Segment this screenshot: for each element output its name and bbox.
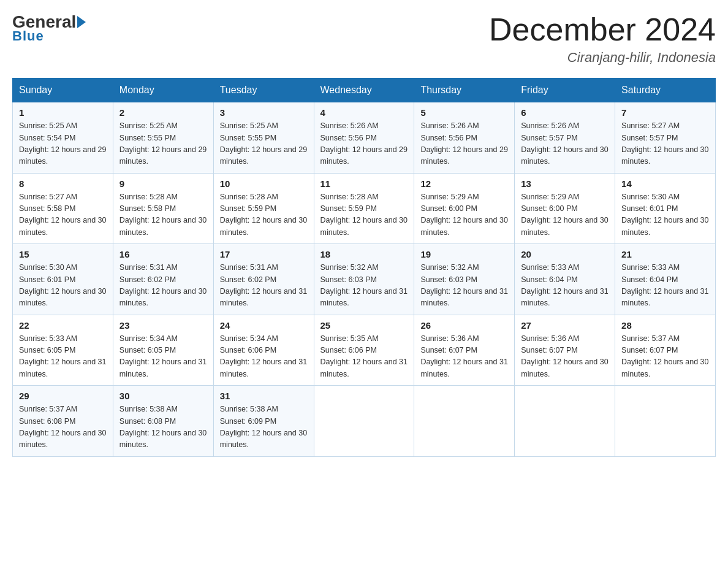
day-number: 10 xyxy=(220,178,308,189)
day-number: 9 xyxy=(119,178,207,189)
page-header: General Blue December 2024 Ciranjang-hil… xyxy=(12,12,716,66)
day-info: Sunrise: 5:25 AMSunset: 5:55 PMDaylight:… xyxy=(119,120,207,168)
day-info: Sunrise: 5:30 AMSunset: 6:01 PMDaylight:… xyxy=(621,191,709,239)
table-row: 10 Sunrise: 5:28 AMSunset: 5:59 PMDaylig… xyxy=(213,173,314,244)
day-number: 24 xyxy=(220,320,308,331)
table-row: 6 Sunrise: 5:26 AMSunset: 5:57 PMDayligh… xyxy=(515,102,615,174)
col-header-monday: Monday xyxy=(113,79,213,102)
day-info: Sunrise: 5:33 AMSunset: 6:04 PMDaylight:… xyxy=(521,262,609,310)
day-number: 22 xyxy=(19,320,107,331)
day-info: Sunrise: 5:26 AMSunset: 5:56 PMDaylight:… xyxy=(320,120,408,168)
day-info: Sunrise: 5:37 AMSunset: 6:08 PMDaylight:… xyxy=(19,404,107,451)
table-row: 1 Sunrise: 5:25 AMSunset: 5:54 PMDayligh… xyxy=(13,102,113,174)
day-number: 6 xyxy=(521,107,609,118)
table-row xyxy=(414,386,515,457)
table-row: 15 Sunrise: 5:30 AMSunset: 6:01 PMDaylig… xyxy=(13,244,113,315)
day-number: 2 xyxy=(119,107,207,118)
table-row: 8 Sunrise: 5:27 AMSunset: 5:58 PMDayligh… xyxy=(13,173,113,244)
table-row: 21 Sunrise: 5:33 AMSunset: 6:04 PMDaylig… xyxy=(615,244,716,315)
table-row: 28 Sunrise: 5:37 AMSunset: 6:07 PMDaylig… xyxy=(615,315,716,386)
day-info: Sunrise: 5:32 AMSunset: 6:03 PMDaylight:… xyxy=(320,262,408,310)
day-number: 21 xyxy=(621,249,709,259)
day-number: 16 xyxy=(119,249,207,259)
day-info: Sunrise: 5:35 AMSunset: 6:06 PMDaylight:… xyxy=(320,333,408,381)
day-info: Sunrise: 5:28 AMSunset: 5:59 PMDaylight:… xyxy=(320,191,408,239)
table-row: 5 Sunrise: 5:26 AMSunset: 5:56 PMDayligh… xyxy=(414,102,515,174)
day-number: 11 xyxy=(320,178,408,189)
calendar-header-row: Sunday Monday Tuesday Wednesday Thursday… xyxy=(13,79,716,102)
table-row: 2 Sunrise: 5:25 AMSunset: 5:55 PMDayligh… xyxy=(113,102,213,174)
col-header-tuesday: Tuesday xyxy=(213,79,314,102)
day-info: Sunrise: 5:36 AMSunset: 6:07 PMDaylight:… xyxy=(521,333,609,381)
day-number: 29 xyxy=(19,391,107,401)
day-info: Sunrise: 5:37 AMSunset: 6:07 PMDaylight:… xyxy=(621,333,709,381)
calendar-week-4: 22 Sunrise: 5:33 AMSunset: 6:05 PMDaylig… xyxy=(13,315,716,386)
table-row xyxy=(515,386,615,457)
day-number: 14 xyxy=(621,178,709,189)
day-info: Sunrise: 5:34 AMSunset: 6:06 PMDaylight:… xyxy=(220,333,308,381)
day-number: 8 xyxy=(19,178,107,189)
day-info: Sunrise: 5:29 AMSunset: 6:00 PMDaylight:… xyxy=(521,191,609,239)
day-number: 13 xyxy=(521,178,609,189)
table-row: 3 Sunrise: 5:25 AMSunset: 5:55 PMDayligh… xyxy=(213,102,314,174)
day-info: Sunrise: 5:29 AMSunset: 6:00 PMDaylight:… xyxy=(420,191,508,239)
table-row: 23 Sunrise: 5:34 AMSunset: 6:05 PMDaylig… xyxy=(113,315,213,386)
calendar-week-3: 15 Sunrise: 5:30 AMSunset: 6:01 PMDaylig… xyxy=(13,244,716,315)
day-number: 1 xyxy=(19,107,107,118)
table-row: 17 Sunrise: 5:31 AMSunset: 6:02 PMDaylig… xyxy=(213,244,314,315)
day-number: 20 xyxy=(521,249,609,259)
table-row: 12 Sunrise: 5:29 AMSunset: 6:00 PMDaylig… xyxy=(414,173,515,244)
table-row: 31 Sunrise: 5:38 AMSunset: 6:09 PMDaylig… xyxy=(213,386,314,457)
day-number: 7 xyxy=(621,107,709,118)
day-number: 30 xyxy=(119,391,207,401)
day-info: Sunrise: 5:28 AMSunset: 5:58 PMDaylight:… xyxy=(119,191,207,239)
day-info: Sunrise: 5:38 AMSunset: 6:08 PMDaylight:… xyxy=(119,404,207,451)
day-info: Sunrise: 5:38 AMSunset: 6:09 PMDaylight:… xyxy=(220,404,308,451)
table-row: 18 Sunrise: 5:32 AMSunset: 6:03 PMDaylig… xyxy=(314,244,414,315)
col-header-wednesday: Wednesday xyxy=(314,79,414,102)
day-info: Sunrise: 5:25 AMSunset: 5:54 PMDaylight:… xyxy=(19,120,107,168)
day-info: Sunrise: 5:32 AMSunset: 6:03 PMDaylight:… xyxy=(420,262,508,310)
day-number: 4 xyxy=(320,107,408,118)
day-info: Sunrise: 5:31 AMSunset: 6:02 PMDaylight:… xyxy=(220,262,308,310)
day-number: 17 xyxy=(220,249,308,259)
day-info: Sunrise: 5:28 AMSunset: 5:59 PMDaylight:… xyxy=(220,191,308,239)
table-row: 29 Sunrise: 5:37 AMSunset: 6:08 PMDaylig… xyxy=(13,386,113,457)
day-info: Sunrise: 5:25 AMSunset: 5:55 PMDaylight:… xyxy=(220,120,308,168)
table-row: 13 Sunrise: 5:29 AMSunset: 6:00 PMDaylig… xyxy=(515,173,615,244)
day-info: Sunrise: 5:33 AMSunset: 6:04 PMDaylight:… xyxy=(621,262,709,310)
day-info: Sunrise: 5:26 AMSunset: 5:57 PMDaylight:… xyxy=(521,120,609,168)
logo-arrow-icon xyxy=(77,16,86,28)
day-info: Sunrise: 5:33 AMSunset: 6:05 PMDaylight:… xyxy=(19,333,107,381)
day-info: Sunrise: 5:27 AMSunset: 5:57 PMDaylight:… xyxy=(621,120,709,168)
day-number: 28 xyxy=(621,320,709,331)
table-row: 11 Sunrise: 5:28 AMSunset: 5:59 PMDaylig… xyxy=(314,173,414,244)
day-info: Sunrise: 5:36 AMSunset: 6:07 PMDaylight:… xyxy=(420,333,508,381)
table-row: 22 Sunrise: 5:33 AMSunset: 6:05 PMDaylig… xyxy=(13,315,113,386)
day-number: 19 xyxy=(420,249,508,259)
table-row xyxy=(314,386,414,457)
day-number: 5 xyxy=(420,107,508,118)
calendar-week-2: 8 Sunrise: 5:27 AMSunset: 5:58 PMDayligh… xyxy=(13,173,716,244)
table-row: 7 Sunrise: 5:27 AMSunset: 5:57 PMDayligh… xyxy=(615,102,716,174)
day-number: 15 xyxy=(19,249,107,259)
day-number: 26 xyxy=(420,320,508,331)
col-header-saturday: Saturday xyxy=(615,79,716,102)
table-row: 27 Sunrise: 5:36 AMSunset: 6:07 PMDaylig… xyxy=(515,315,615,386)
col-header-thursday: Thursday xyxy=(414,79,515,102)
col-header-sunday: Sunday xyxy=(13,79,113,102)
table-row: 14 Sunrise: 5:30 AMSunset: 6:01 PMDaylig… xyxy=(615,173,716,244)
table-row: 4 Sunrise: 5:26 AMSunset: 5:56 PMDayligh… xyxy=(314,102,414,174)
day-number: 18 xyxy=(320,249,408,259)
table-row: 16 Sunrise: 5:31 AMSunset: 6:02 PMDaylig… xyxy=(113,244,213,315)
day-info: Sunrise: 5:34 AMSunset: 6:05 PMDaylight:… xyxy=(119,333,207,381)
calendar-week-1: 1 Sunrise: 5:25 AMSunset: 5:54 PMDayligh… xyxy=(13,102,716,174)
day-number: 27 xyxy=(521,320,609,331)
table-row: 30 Sunrise: 5:38 AMSunset: 6:08 PMDaylig… xyxy=(113,386,213,457)
logo-blue-text: Blue xyxy=(12,28,44,44)
col-header-friday: Friday xyxy=(515,79,615,102)
title-section: December 2024 Ciranjang-hilir, Indonesia xyxy=(489,12,716,66)
month-title: December 2024 xyxy=(489,12,716,47)
table-row: 9 Sunrise: 5:28 AMSunset: 5:58 PMDayligh… xyxy=(113,173,213,244)
table-row: 25 Sunrise: 5:35 AMSunset: 6:06 PMDaylig… xyxy=(314,315,414,386)
